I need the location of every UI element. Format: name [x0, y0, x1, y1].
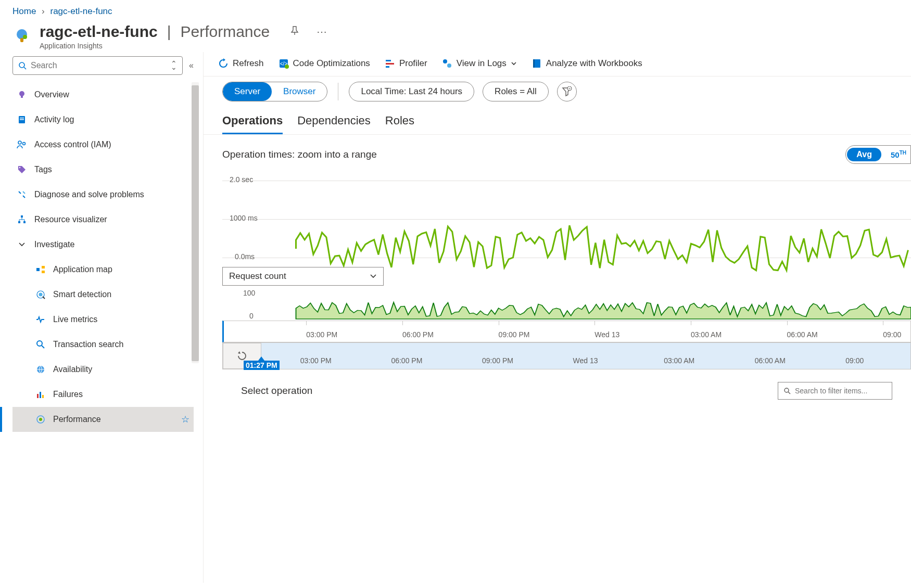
tree-icon	[17, 214, 27, 225]
svg-rect-17	[42, 266, 45, 269]
nav-visualizer[interactable]: Resource visualizer	[12, 207, 194, 232]
star-icon[interactable]: ☆	[181, 414, 189, 425]
time-tick: Wed 13	[594, 330, 619, 339]
workbooks-button[interactable]: Analyze with Workbooks	[532, 58, 642, 69]
toggle-server[interactable]: Server	[223, 82, 272, 101]
globe-icon	[35, 364, 46, 375]
add-filter-button[interactable]: +	[557, 82, 577, 101]
sidebar: ⌃⌄ « Overview Activity log Access contro…	[0, 52, 203, 583]
log-icon	[17, 114, 27, 125]
svg-rect-34	[386, 63, 394, 65]
nav-performance[interactable]: Performance ☆	[12, 407, 194, 432]
svg-point-3	[19, 62, 24, 68]
search-icon	[18, 61, 27, 70]
time-marker: 01:27 PM	[244, 356, 280, 370]
percentile-selector[interactable]: Avg 50TH	[845, 145, 911, 164]
line-chart-svg	[260, 169, 911, 292]
sort-icon[interactable]: ⌃⌄	[171, 62, 177, 69]
avg-button[interactable]: Avg	[847, 148, 881, 161]
svg-point-2	[23, 35, 27, 39]
code-optimizations-button[interactable]: </> Code Optimizations	[279, 58, 370, 69]
time-tick: 03:00 PM	[300, 356, 332, 365]
time-tick: 06:00 PM	[402, 330, 434, 339]
time-tick: Wed 13	[573, 356, 598, 365]
profiler-button[interactable]: Profiler	[385, 58, 427, 69]
nav-tags[interactable]: Tags	[12, 157, 194, 182]
nav-availability[interactable]: Availability	[12, 357, 194, 382]
time-tick: 03:00 PM	[306, 330, 337, 339]
area-chart-svg	[260, 288, 911, 320]
svg-rect-35	[386, 66, 389, 68]
operation-filter[interactable]	[778, 382, 892, 400]
nav: Overview Activity log Access control (IA…	[12, 82, 194, 432]
tab-dependencies[interactable]: Dependencies	[297, 111, 371, 134]
roles-chip[interactable]: Roles = All	[483, 82, 549, 101]
nav-diagnose[interactable]: Diagnose and solve problems	[12, 182, 194, 207]
breadcrumb-home[interactable]: Home	[12, 6, 36, 16]
svg-point-29	[39, 418, 42, 421]
breadcrumb-resource[interactable]: ragc-etl-ne-func	[50, 6, 112, 16]
view-logs-button[interactable]: View in Logs	[442, 58, 517, 69]
chart-area: Operation times: zoom into a range Avg 5…	[204, 135, 911, 400]
svg-rect-15	[23, 221, 26, 223]
search-icon	[783, 387, 791, 394]
page-section: Performance	[180, 23, 270, 41]
nav-investigate[interactable]: Investigate	[12, 232, 194, 257]
pin-icon[interactable]	[289, 25, 300, 39]
svg-line-23	[42, 346, 44, 348]
p50-button[interactable]: 50TH	[891, 150, 909, 159]
svg-rect-1	[20, 38, 23, 42]
toggle-browser[interactable]: Browser	[272, 82, 327, 101]
svg-point-36	[443, 59, 447, 63]
nav-overview[interactable]: Overview	[12, 82, 194, 107]
operation-times-chart[interactable]: 2.0 sec 1000 ms 0.0ms	[222, 169, 911, 267]
logs-icon	[442, 58, 452, 69]
server-browser-toggle[interactable]: Server Browser	[222, 82, 327, 101]
refresh-button[interactable]: Refresh	[218, 58, 264, 69]
tabs: Operations Dependencies Roles	[204, 111, 911, 135]
y-axis-label: 0.0ms	[235, 252, 255, 261]
nav-iam[interactable]: Access control (IAM)	[12, 132, 194, 157]
operation-filter-input[interactable]	[795, 387, 887, 395]
nav-application-map[interactable]: Application map	[12, 257, 194, 282]
map-icon	[35, 264, 46, 275]
nav-failures[interactable]: Failures	[12, 382, 194, 407]
collapse-icon[interactable]: «	[189, 61, 194, 70]
time-tick: 09:00	[883, 330, 901, 339]
titlebar: ragc-etl-ne-func | Performance ⋯ Applica…	[0, 21, 911, 52]
svg-point-37	[447, 63, 451, 68]
svg-point-5	[19, 91, 24, 96]
tab-operations[interactable]: Operations	[222, 111, 283, 134]
wrench-icon	[17, 189, 27, 200]
request-count-chart[interactable]: 100 0	[222, 288, 911, 322]
time-axis-1[interactable]: 03:00 PM06:00 PM09:00 PMWed 1303:00 AM06…	[222, 321, 911, 342]
code-icon: </>	[279, 58, 289, 69]
y-axis-label: 100	[243, 289, 255, 297]
nav-smart-detection[interactable]: Smart detection	[12, 282, 194, 307]
time-tick: 03:00 AM	[691, 330, 722, 339]
tab-roles[interactable]: Roles	[385, 111, 414, 134]
pulse-icon	[35, 314, 46, 325]
time-axis-2[interactable]: 03:00 PM06:00 PM09:00 PMWed 1303:00 AM06…	[222, 342, 911, 369]
sidebar-search[interactable]: ⌃⌄	[12, 56, 183, 75]
svg-point-32	[285, 65, 289, 69]
time-range-chip[interactable]: Local Time: Last 24 hours	[349, 82, 474, 101]
workbook-icon	[532, 58, 542, 69]
svg-rect-14	[18, 221, 20, 223]
page-title: ragc-etl-ne-func	[40, 23, 158, 41]
sidebar-search-input[interactable]	[31, 61, 171, 70]
people-icon	[17, 139, 27, 150]
y-axis-label: 0	[249, 312, 254, 320]
svg-point-42	[785, 388, 789, 392]
scrollbar-thumb[interactable]	[192, 85, 199, 361]
svg-text:+: +	[568, 86, 571, 91]
y-axis-label: 1000 ms	[230, 214, 258, 222]
nav-activity-log[interactable]: Activity log	[12, 107, 194, 132]
nav-live-metrics[interactable]: Live metrics	[12, 307, 194, 332]
more-icon[interactable]: ⋯	[317, 25, 327, 38]
nav-transaction-search[interactable]: Transaction search	[12, 332, 194, 357]
gauge-icon	[35, 414, 46, 425]
time-tick: 03:00 AM	[664, 356, 694, 365]
svg-line-43	[788, 392, 790, 394]
svg-rect-18	[42, 271, 45, 273]
